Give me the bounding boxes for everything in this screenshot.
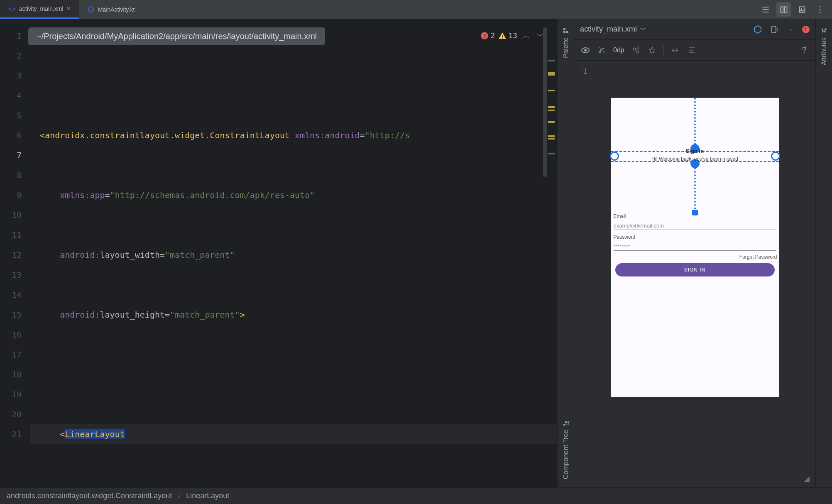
inspection-widget[interactable]: ! 2 ! 13 ︿ ﹀ — [480, 26, 546, 46]
kotlin-class-icon: C — [87, 6, 95, 13]
editor-scrollbar[interactable] — [543, 27, 547, 177]
svg-text:C: C — [89, 7, 92, 12]
design-canvas[interactable]: Sign In Hi! Welcome back, you've been mi… — [574, 81, 815, 487]
code-editor[interactable]: 123 456 789 101112 131415 161718 192021 … — [0, 19, 557, 487]
line-number-gutter: 123 456 789 101112 131415 161718 192021 — [0, 19, 30, 487]
preview-password-input: ******** — [614, 243, 776, 251]
svg-rect-12 — [566, 31, 568, 33]
issues-badge[interactable]: ! — [802, 26, 810, 33]
svg-rect-4 — [785, 7, 787, 12]
close-icon[interactable]: × — [67, 5, 71, 12]
align-icon[interactable] — [686, 45, 697, 56]
preview-subtitle: Hi! Welcome back, you've been missed — [611, 156, 779, 162]
svg-point-18 — [584, 49, 587, 51]
pack-icon[interactable] — [670, 45, 680, 56]
svg-rect-11 — [563, 28, 565, 30]
constraint-handle[interactable] — [692, 210, 698, 215]
attributes-tool-window-button[interactable]: Attributes — [820, 27, 828, 66]
svg-point-24 — [822, 29, 823, 31]
breadcrumb-item[interactable]: LinearLayout — [186, 492, 229, 500]
constraint-spring-top — [694, 98, 696, 148]
svg-rect-14 — [565, 421, 567, 423]
svg-point-26 — [825, 29, 827, 30]
breadcrumb-separator: › — [178, 492, 180, 500]
xml-file-icon: </> — [8, 5, 16, 12]
view-mode-code-icon[interactable] — [758, 2, 773, 17]
svg-text:I: I — [582, 67, 584, 71]
code-area[interactable]: <androidx.constraintlayout.widget.Constr… — [30, 19, 557, 487]
breadcrumb[interactable]: androidx.constraintlayout.widget.Constra… — [0, 487, 832, 504]
warning-count[interactable]: ! 13 — [498, 26, 517, 46]
design-surface-icon[interactable] — [752, 24, 763, 35]
prev-problem-icon[interactable]: ︿ — [521, 26, 531, 46]
svg-text:!: ! — [483, 32, 487, 39]
svg-rect-13 — [563, 424, 565, 426]
view-mode-design-icon[interactable] — [795, 2, 810, 17]
intention-bulb-icon[interactable]: 💡 — [30, 428, 32, 448]
svg-rect-10 — [563, 31, 565, 33]
constraint-spring-bottom — [694, 164, 696, 213]
error-stripe-rail[interactable] — [548, 27, 555, 479]
preview-email-input: example@email.com — [614, 223, 776, 230]
tab-label: MainActivity.kt — [98, 6, 135, 13]
device-frame[interactable]: Sign In Hi! Welcome back, you've been mi… — [611, 98, 779, 397]
error-count[interactable]: ! 2 — [480, 26, 495, 46]
svg-text:x: x — [637, 46, 639, 50]
svg-rect-16 — [772, 26, 776, 33]
help-icon[interactable]: ? — [799, 45, 810, 56]
orientation-icon[interactable] — [769, 24, 780, 35]
palette-icon — [563, 27, 569, 34]
visibility-icon[interactable] — [580, 45, 591, 56]
design-file-selector[interactable]: activity_main.xml ﹀ — [580, 24, 647, 34]
default-margin[interactable]: 0dp — [613, 46, 624, 54]
component-tree-tool-window-button[interactable]: Component Tree — [562, 420, 570, 479]
svg-text:</>: </> — [8, 6, 15, 12]
layout-editor-preview: activity_main.xml ﹀ › ! 0dp x ? — [574, 19, 815, 487]
infer-constraints-icon[interactable] — [647, 45, 658, 56]
palette-tool-window-button[interactable]: Palette — [562, 27, 570, 58]
tab-label: activity_main.xml — [19, 5, 64, 12]
tree-icon — [563, 420, 569, 426]
chevron-down-icon: ﹀ — [639, 24, 647, 34]
next-problem-icon[interactable]: ﹀ — [535, 26, 546, 46]
svg-point-19 — [599, 51, 601, 53]
editor-tab-bar: </> activity_main.xml × C MainActivity.k… — [0, 0, 832, 19]
preview-email-label: Email — [614, 213, 626, 219]
chevron-right-icon[interactable]: › — [786, 24, 796, 35]
sliders-icon — [821, 27, 827, 34]
design-side-rail-left: Palette Component Tree — [557, 19, 574, 487]
svg-point-6 — [801, 8, 802, 9]
preview-password-label: Password — [614, 234, 636, 240]
autoconnect-icon[interactable] — [597, 45, 607, 56]
file-path-tooltip: ~/Projects/Android/MyApplication2/app/sr… — [28, 27, 325, 45]
preview-forgot-link: Forgot Password — [739, 254, 777, 260]
svg-point-25 — [823, 31, 825, 32]
guideline-icon[interactable]: I — [580, 66, 591, 76]
view-mode-split-icon[interactable] — [776, 2, 791, 17]
preview-title: Sign In — [611, 148, 779, 154]
preview-signin-button: SIGN IN — [615, 263, 775, 276]
svg-rect-3 — [781, 7, 783, 12]
resize-handle-icon[interactable]: ◢ — [804, 474, 810, 483]
tab-overflow-icon[interactable]: ⋮ — [813, 2, 828, 17]
clear-constraints-icon[interactable]: x — [630, 45, 641, 56]
tab-main-activity[interactable]: C MainActivity.kt — [79, 0, 143, 19]
svg-text:!: ! — [501, 34, 504, 40]
breadcrumb-item[interactable]: androidx.constraintlayout.widget.Constra… — [7, 492, 172, 500]
tab-activity-main[interactable]: </> activity_main.xml × — [0, 0, 79, 19]
svg-rect-15 — [568, 421, 569, 423]
design-side-rail-right: Attributes — [815, 19, 832, 487]
